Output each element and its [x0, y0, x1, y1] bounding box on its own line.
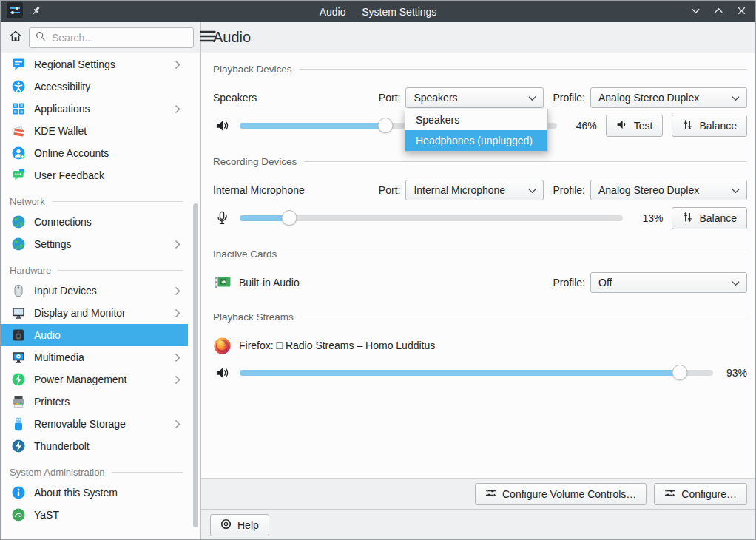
- stream-volume-slider[interactable]: [240, 365, 713, 381]
- home-button[interactable]: [8, 27, 23, 48]
- sidebar-item-removable-storage[interactable]: Removable Storage: [1, 413, 188, 435]
- removable-storage-icon: [10, 416, 26, 432]
- sidebar-item-thunderbolt[interactable]: Thunderbolt: [1, 435, 188, 457]
- chevron-right-icon: [175, 286, 180, 296]
- profile-combobox[interactable]: Analog Stereo Duplex: [590, 87, 747, 108]
- help-button[interactable]: Help: [210, 514, 269, 536]
- section-playback-devices: Playback Devices: [213, 63, 747, 75]
- sidebar-item-power-management[interactable]: Power Management: [1, 368, 188, 391]
- port-option-speakers[interactable]: Speakers: [405, 109, 547, 130]
- window-title: Audio — System Settings: [1, 6, 755, 18]
- balance-button[interactable]: Balance: [672, 115, 747, 137]
- chevron-right-icon: [175, 104, 180, 114]
- sidebar-item-label: Removable Storage: [34, 418, 126, 430]
- sidebar-item-printers[interactable]: Printers: [1, 391, 188, 413]
- network-globe-icon: [10, 237, 26, 252]
- pin-icon[interactable]: [30, 5, 41, 18]
- sidebar-item-audio[interactable]: Audio: [1, 324, 188, 346]
- recording-port-combobox[interactable]: Internal Microphone: [405, 180, 544, 200]
- speaker-icon: [616, 119, 628, 132]
- profile-label: Profile:: [553, 184, 585, 196]
- recording-balance-button[interactable]: Balance: [672, 207, 747, 229]
- sidebar-item-multimedia[interactable]: Multimedia: [1, 346, 188, 368]
- regional-settings-icon: [10, 57, 26, 72]
- sidebar: Regional SettingsAccessibilityApplicatio…: [1, 22, 201, 540]
- sidebar-item-label: Thunderbolt: [34, 440, 90, 452]
- chevron-down-icon: [528, 92, 536, 104]
- sidebar-item-connections[interactable]: Connections: [1, 211, 188, 233]
- sidebar-item-label: Input Devices: [34, 285, 97, 297]
- volume-percent: 13%: [632, 212, 663, 224]
- minimize-button[interactable]: [687, 4, 703, 20]
- chevron-right-icon: [175, 375, 180, 385]
- configure-sliders-icon: [485, 487, 496, 501]
- port-dropdown-popup: SpeakersHeadphones (unplugged): [405, 109, 548, 152]
- page-title: Audio: [213, 29, 251, 46]
- home-icon: [8, 29, 23, 46]
- recording-profile-combobox[interactable]: Analog Stereo Duplex: [590, 180, 747, 200]
- slider-handle[interactable]: [378, 118, 394, 133]
- sound-card-icon: [213, 274, 232, 291]
- section-recording-devices: Recording Devices: [213, 155, 747, 167]
- port-label: Port:: [379, 184, 401, 196]
- sidebar-item-kde-wallet[interactable]: KDE Wallet: [1, 120, 188, 142]
- display-monitor-icon: [10, 306, 26, 321]
- main-pane: Audio Playback Devices Speakers Port: Sp…: [201, 22, 755, 540]
- recording-volume-slider[interactable]: [240, 210, 623, 226]
- chevron-up-icon: [713, 5, 724, 18]
- sidebar-toolbar: [1, 22, 200, 53]
- sidebar-item-label: Power Management: [34, 374, 126, 385]
- system-settings-window: Audio — System Settings Regional Setting…: [0, 0, 756, 540]
- power-management-icon: [10, 372, 26, 388]
- port-label: Port:: [379, 92, 401, 104]
- firefox-icon: [213, 336, 232, 355]
- sidebar-item-label: Applications: [34, 103, 90, 115]
- chevron-down-icon: [732, 277, 740, 288]
- test-button[interactable]: Test: [606, 115, 664, 137]
- configure-sliders-icon: [664, 487, 675, 501]
- port-combobox[interactable]: Speakers: [405, 87, 544, 108]
- slider-handle[interactable]: [672, 365, 688, 380]
- help-ring-icon: [220, 519, 232, 532]
- close-button[interactable]: [733, 4, 749, 20]
- card-name: Built-in Audio: [239, 277, 300, 288]
- sidebar-scrollbar[interactable]: [193, 203, 198, 527]
- chevron-down-icon: [690, 5, 701, 18]
- hamburger-menu-button[interactable]: [200, 27, 216, 48]
- maximize-button[interactable]: [710, 4, 726, 20]
- slider-handle[interactable]: [282, 210, 297, 226]
- section-inactive-cards: Inactive Cards: [213, 248, 747, 260]
- sidebar-item-online-accounts[interactable]: Online Accounts: [1, 142, 188, 164]
- sidebar-item-accessibility[interactable]: Accessibility: [1, 75, 188, 98]
- search-box[interactable]: [29, 27, 194, 48]
- close-icon: [736, 5, 747, 18]
- sidebar-item-label: KDE Wallet: [34, 125, 87, 137]
- sidebar-item-regional-settings[interactable]: Regional Settings: [1, 53, 188, 75]
- sidebar-item-label: Display and Monitor: [34, 307, 126, 319]
- sidebar-section-network: Network: [1, 186, 188, 211]
- hamburger-icon: [200, 30, 216, 44]
- sidebar-item-input-devices[interactable]: Input Devices: [1, 280, 188, 302]
- search-icon: [36, 31, 46, 44]
- sidebar-item-yast[interactable]: YaST: [1, 504, 188, 526]
- chevron-right-icon: [175, 419, 180, 429]
- configure-button[interactable]: Configure…: [654, 483, 747, 505]
- sidebar-item-label: YaST: [34, 509, 59, 521]
- sidebar-item-user-feedback[interactable]: User Feedback: [1, 164, 188, 186]
- configure-volume-controls-button[interactable]: Configure Volume Controls…: [475, 483, 647, 505]
- sidebar-item-display-and-monitor[interactable]: Display and Monitor: [1, 302, 188, 324]
- port-option-headphones-unplugged[interactable]: Headphones (unplugged): [405, 130, 547, 151]
- sidebar-item-applications[interactable]: Applications: [1, 98, 188, 120]
- chevron-down-icon: [528, 184, 536, 196]
- inactive-profile-combobox[interactable]: Off: [590, 272, 747, 293]
- sidebar-item-settings[interactable]: Settings: [1, 233, 188, 255]
- app-window-icon[interactable]: [7, 2, 23, 21]
- stream-name: Firefox: □ Radio Streams – Homo Ludditus: [239, 340, 435, 351]
- sidebar-item-label: Online Accounts: [34, 147, 109, 159]
- sidebar-item-label: Multimedia: [34, 351, 84, 363]
- volume-icon: [213, 119, 231, 132]
- profile-label: Profile:: [553, 277, 585, 288]
- search-input[interactable]: [50, 31, 187, 44]
- volume-percent: 93%: [722, 367, 747, 379]
- sidebar-item-about-this-system[interactable]: About this System: [1, 482, 188, 504]
